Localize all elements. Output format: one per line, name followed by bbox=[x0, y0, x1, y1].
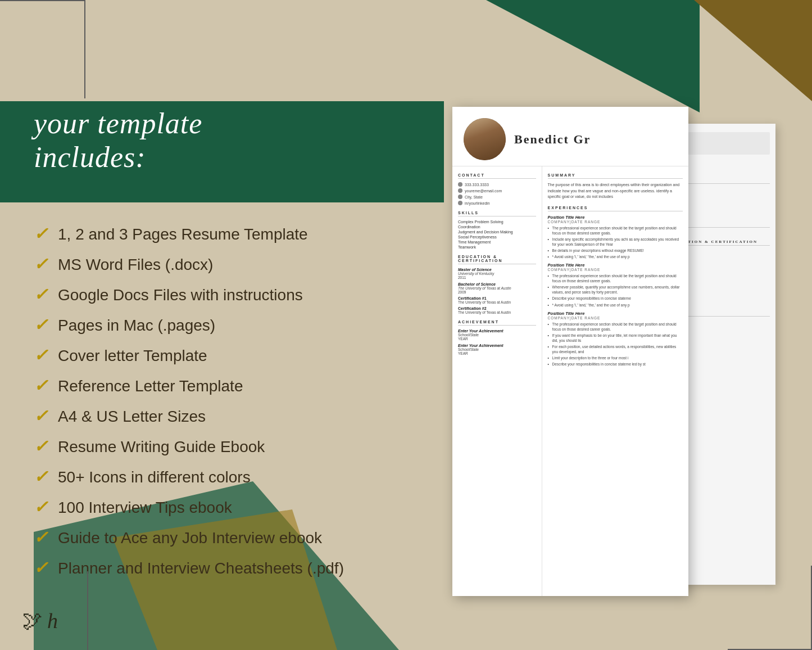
resume-body: Contact 333.333.3333 youreme@email.com C… bbox=[452, 166, 688, 596]
skill-item: Coordination bbox=[458, 225, 536, 229]
cert-title-2: Certification #2 bbox=[458, 306, 536, 310]
exp-position-1: Position Title Here bbox=[548, 215, 683, 220]
achievement-school-2: School/State bbox=[458, 347, 536, 351]
contact-linkedin: in/yourlinkedin bbox=[458, 201, 536, 205]
achievement-title-2: Enter Your Achievement bbox=[458, 344, 536, 347]
green-triangle-decoration bbox=[486, 0, 700, 112]
achievement-title-1: Enter Your Achievement bbox=[458, 329, 536, 333]
linkedin-icon bbox=[458, 201, 462, 205]
exp-bullet: Include any specific accomplishments you… bbox=[548, 237, 683, 247]
exp-bullet: * Avoid using 'I,' 'and,' 'the,' and the… bbox=[548, 303, 683, 308]
checkmark-icon: ✓ bbox=[34, 224, 48, 244]
exp-bullet: Describe your responsibilities in concis… bbox=[548, 362, 683, 367]
location-icon bbox=[458, 195, 462, 199]
list-item: ✓ Cover letter Template bbox=[34, 346, 344, 365]
checkmark-icon: ✓ bbox=[34, 376, 48, 396]
contact-email: youreme@email.com bbox=[458, 188, 536, 193]
exp-bullet: The professional experience section shou… bbox=[548, 273, 683, 283]
edu-school-2: The University of Texas at Austin bbox=[458, 286, 536, 290]
exp-bullet: The professional experience section shou… bbox=[548, 225, 683, 236]
list-item: ✓ Guide to Ace any Job Interview ebook bbox=[34, 529, 344, 548]
exp-company-3: COMPANY|DATE RANGE bbox=[548, 316, 683, 320]
skill-item: Social Perceptiveness bbox=[458, 235, 536, 239]
exp-bullet: Be details in your descriptions without … bbox=[548, 248, 683, 253]
list-item: ✓ Reference Letter Template bbox=[34, 377, 344, 396]
resume-header: Benedict Gr bbox=[452, 107, 688, 166]
summary-text: The purpose of this area is to direct em… bbox=[548, 182, 683, 200]
email-icon bbox=[458, 188, 462, 193]
avatar bbox=[464, 118, 506, 160]
phone-icon bbox=[458, 182, 462, 187]
list-item: ✓ Pages in Mac (.pages) bbox=[34, 316, 344, 335]
corner-line-left bbox=[0, 0, 84, 1]
edu-degree-1: Master of Science bbox=[458, 268, 536, 272]
bottom-separator-line bbox=[87, 571, 88, 650]
cert-school-1: The University of Texas at Austin bbox=[458, 300, 536, 304]
checkmark-icon: ✓ bbox=[34, 527, 48, 548]
skill-item: Time Management bbox=[458, 240, 536, 244]
exp-bullet: For each position, use detailed actions … bbox=[548, 344, 683, 354]
main-container: your template includes: ✓ 1, 2 and 3 Pag… bbox=[0, 0, 812, 650]
checkmark-icon: ✓ bbox=[34, 497, 48, 517]
skills-section-title: Skills bbox=[458, 211, 536, 216]
achievement-year-2: YEAR bbox=[458, 351, 536, 355]
list-item: ✓ Google Docs Files with instructions bbox=[34, 286, 344, 305]
achievement-section-title: ACHIEVEMENT bbox=[458, 320, 536, 326]
list-item: ✓ Planner and Interview Cheatsheets (.pd… bbox=[34, 559, 344, 578]
list-item: ✓ 1, 2 and 3 Pages Resume Template bbox=[34, 225, 344, 244]
header-line-1: your template bbox=[34, 107, 202, 141]
exp-company-2: COMPANY|DATE RANGE bbox=[548, 268, 683, 272]
exp-bullet: Describe your responsibilities in concis… bbox=[548, 296, 683, 301]
avatar-image bbox=[464, 118, 506, 160]
skill-item: Complex Problem Solving bbox=[458, 220, 536, 224]
exp-position-2: Position Title Here bbox=[548, 263, 683, 268]
resume-right-column: Summary The purpose of this area is to d… bbox=[542, 166, 688, 596]
checkmark-icon: ✓ bbox=[34, 285, 48, 305]
skill-item: Teamwork bbox=[458, 245, 536, 249]
achievement-year-1: YEAR bbox=[458, 337, 536, 341]
edu-degree-2: Bachelor of Science bbox=[458, 282, 536, 286]
checkmark-icon: ✓ bbox=[34, 436, 48, 457]
skill-item: Judgment and Decision Making bbox=[458, 230, 536, 234]
header-text-block: your template includes: bbox=[34, 107, 202, 174]
experiences-section-title: Experiences bbox=[548, 206, 683, 211]
corner-line-top bbox=[84, 0, 85, 98]
checkmark-icon: ✓ bbox=[34, 345, 48, 365]
exp-bullet: The professional experience section shou… bbox=[548, 322, 683, 332]
resume-left-column: Contact 333.333.3333 youreme@email.com C… bbox=[452, 166, 542, 596]
education-section-title: Education & Certification bbox=[458, 255, 536, 264]
edu-school-1: University of Kentucky bbox=[458, 272, 536, 276]
features-checklist: ✓ 1, 2 and 3 Pages Resume Template ✓ MS … bbox=[34, 225, 344, 589]
list-item: ✓ 100 Interview Tips ebook bbox=[34, 498, 344, 517]
cert-title-1: Certification #1 bbox=[458, 296, 536, 300]
exp-position-3: Position Title Here bbox=[548, 311, 683, 316]
checkmark-icon: ✓ bbox=[34, 467, 48, 487]
achievement-school-1: School/State bbox=[458, 333, 536, 337]
contact-location: City, State bbox=[458, 195, 536, 199]
checkmark-icon: ✓ bbox=[34, 315, 48, 335]
list-item: ✓ 50+ Icons in different colors bbox=[34, 468, 344, 487]
logo: 🕊 h bbox=[22, 608, 58, 633]
checkmark-icon: ✓ bbox=[34, 406, 48, 426]
list-item: ✓ A4 & US Letter Sizes bbox=[34, 407, 344, 426]
exp-bullet: If you want the emphasis to be on your t… bbox=[548, 333, 683, 343]
list-item: ✓ MS Word Files (.docx) bbox=[34, 255, 344, 274]
edu-year-1: 2011 bbox=[458, 276, 536, 279]
contact-phone: 333.333.3333 bbox=[458, 182, 536, 187]
contact-section-title: Contact bbox=[458, 173, 536, 179]
resume-card-main: Benedict Gr Contact 333.333.3333 youreme… bbox=[452, 107, 688, 596]
header-line-2: includes: bbox=[34, 141, 202, 174]
exp-company-1: COMPANY|DATE RANGE bbox=[548, 220, 683, 224]
cert-school-2: The University of Texas at Austin bbox=[458, 310, 536, 314]
checkmark-icon: ✓ bbox=[34, 558, 48, 578]
list-item: ✓ Resume Writing Guide Ebook bbox=[34, 437, 344, 457]
exp-bullet: Whenever possible, quantify your accompl… bbox=[548, 285, 683, 295]
logo-wing-icon: 🕊 bbox=[22, 609, 43, 633]
summary-section-title: Summary bbox=[548, 173, 683, 179]
logo-letter: h bbox=[47, 608, 58, 633]
checkmark-icon: ✓ bbox=[34, 254, 48, 274]
exp-bullet: * Avoid using 'I,' 'and,' 'the,' and the… bbox=[548, 254, 683, 259]
resume-name: Benedict Gr bbox=[514, 132, 591, 147]
exp-bullet: Limit your description to the three or f… bbox=[548, 355, 683, 360]
edu-year-2: 2009 bbox=[458, 290, 536, 294]
